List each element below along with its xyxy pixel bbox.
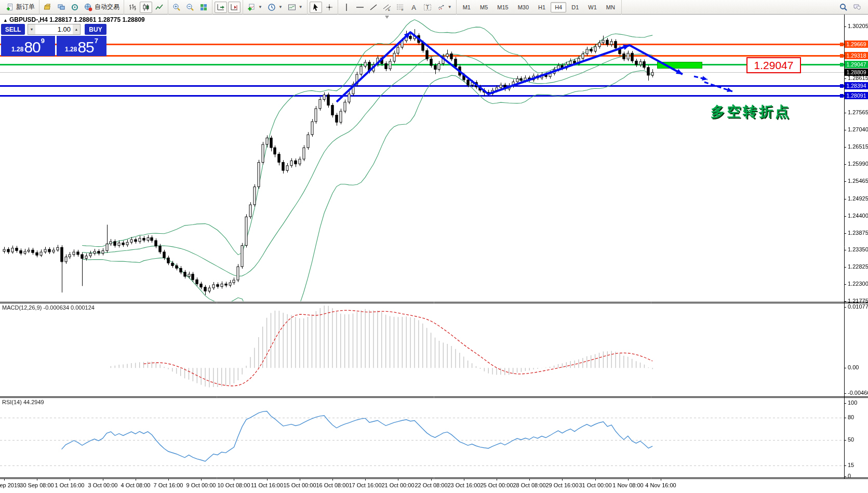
vertical-line-button[interactable] xyxy=(340,2,353,13)
auto-trading-label: 自动交易 xyxy=(95,3,119,11)
svg-text:T: T xyxy=(425,4,429,10)
zoom-out-button[interactable] xyxy=(184,2,196,13)
buy-quote-button[interactable]: 1.28 85 7 xyxy=(57,36,106,56)
candles-icon xyxy=(142,3,150,11)
chat-button[interactable] xyxy=(851,2,863,13)
timeframe-mn-button[interactable]: MN xyxy=(602,2,619,12)
indicator-plus-icon xyxy=(247,3,256,11)
timeframe-m5-button[interactable]: M5 xyxy=(476,2,492,12)
timeframe-m1-button[interactable]: M1 xyxy=(459,2,475,12)
indicators-button[interactable]: ▼ xyxy=(245,2,264,13)
volume-stepper: ▼ ▲ xyxy=(28,24,81,35)
toolbar-group xyxy=(308,0,338,15)
chevron-down-icon: ▼ xyxy=(278,5,283,9)
timeframe-w1-button[interactable]: W1 xyxy=(584,2,601,12)
chart-line-button[interactable] xyxy=(153,2,166,13)
search-button[interactable] xyxy=(837,2,850,13)
buy-price-prefix: 1.28 xyxy=(65,46,77,53)
horizontal-line-button[interactable] xyxy=(354,2,366,13)
volume-down-button[interactable]: ▼ xyxy=(28,24,35,34)
toolbar-group xyxy=(168,0,212,15)
buy-price-sup: 7 xyxy=(95,37,98,45)
auto-trading-button[interactable]: 自动交易 xyxy=(82,2,122,13)
crosshair-button[interactable] xyxy=(323,2,336,13)
clock-icon xyxy=(268,3,276,11)
text-label-button[interactable]: T xyxy=(421,2,434,13)
timeframe-d1-button[interactable]: D1 xyxy=(567,2,583,12)
timeframe-h1-button[interactable]: H1 xyxy=(534,2,550,12)
toolbar-group xyxy=(212,0,243,15)
volume-up-button[interactable]: ▲ xyxy=(73,24,80,34)
label-t-icon: T xyxy=(423,3,432,11)
symbol-info[interactable]: ▲GBPUSD-,H4 1.28817 1.28861 1.28775 1.28… xyxy=(3,16,145,23)
sell-price-sup: 9 xyxy=(41,37,45,45)
macd-label: MACD(12,26,9) -0.000634 0.000124 xyxy=(2,304,95,311)
screens-icon xyxy=(57,3,65,11)
new-order-button[interactable]: 新订单 xyxy=(4,2,37,13)
chevron-down-icon: ▼ xyxy=(448,5,452,9)
auto-scroll-button[interactable] xyxy=(215,2,227,13)
sell-quote-button[interactable]: 1.28 80 9 xyxy=(1,36,55,56)
hline-price-badge: 1.28394 xyxy=(845,82,868,89)
chart-canvas[interactable] xyxy=(0,0,868,493)
timeframe-m15-button[interactable]: M15 xyxy=(493,2,512,12)
sell-price-prefix: 1.28 xyxy=(11,46,23,53)
timeframe-group: M1M5M15M30H1H4D1W1MN xyxy=(457,0,622,15)
current-price-badge: 1.28809 xyxy=(845,69,868,76)
terminal-button[interactable] xyxy=(55,2,68,13)
zoom-out-icon xyxy=(186,3,194,11)
collapse-icon[interactable]: ▲ xyxy=(3,18,8,23)
mt4-window: 新订单自动交易▼▼▼EFAT▼M1M5M15M30H1H4D1W1MN ▲GBP… xyxy=(0,0,868,493)
chart-candles-button[interactable] xyxy=(140,2,152,13)
chart-bars-button[interactable] xyxy=(126,2,139,13)
fibonacci-button[interactable]: F xyxy=(394,2,407,13)
cursor-icon xyxy=(312,3,320,11)
equidistant-channel-button[interactable]: E xyxy=(381,2,393,13)
vline-icon xyxy=(342,3,351,11)
arrows-icon xyxy=(437,3,445,11)
price-callout-box[interactable]: 1.29047 xyxy=(746,57,801,73)
autoscroll-icon xyxy=(217,3,225,11)
template-icon xyxy=(288,3,296,11)
buy-price-big: 85 xyxy=(77,39,94,55)
channel-icon: E xyxy=(383,3,391,11)
linechart-icon xyxy=(155,3,164,11)
hline-price-badge: 1.28091 xyxy=(845,92,868,99)
toolbar-group: 新订单 xyxy=(2,0,39,15)
buy-button[interactable]: BUY xyxy=(85,24,106,35)
rsi-label: RSI(14) 44.2949 xyxy=(2,399,44,405)
search-icon xyxy=(839,3,848,11)
hline-price-badge: 1.29669 xyxy=(845,41,868,48)
crystal-icon xyxy=(44,3,52,11)
templates-button[interactable]: ▼ xyxy=(286,2,305,13)
cursor-button[interactable] xyxy=(310,2,322,13)
timeframe-m30-button[interactable]: M30 xyxy=(514,2,533,12)
one-click-trading-panel: SELL ▼ ▲ BUY 1.28 80 9 1.28 85 7 xyxy=(1,24,106,56)
trendline-button[interactable] xyxy=(367,2,380,13)
svg-text:E: E xyxy=(388,8,390,11)
new-order-label: 新订单 xyxy=(16,3,35,11)
periods-button[interactable]: ▼ xyxy=(265,2,285,13)
mql-editor-button[interactable] xyxy=(42,2,54,13)
sell-price-big: 80 xyxy=(24,39,40,55)
toolbar-right xyxy=(837,2,868,13)
market-depth-button[interactable] xyxy=(69,2,81,13)
tile-windows-button[interactable] xyxy=(197,2,210,13)
chinese-note[interactable]: 多空转折点 xyxy=(711,102,791,121)
arrows-button[interactable]: ▼ xyxy=(435,2,454,13)
chevron-down-icon: ▼ xyxy=(299,5,303,9)
tiles-icon xyxy=(199,3,208,11)
sell-button[interactable]: SELL xyxy=(1,24,25,35)
crosshair-icon xyxy=(325,3,333,11)
svg-text:F: F xyxy=(402,8,404,11)
globe-play-icon xyxy=(84,3,92,11)
hline-price-badge: 1.29047 xyxy=(845,61,868,68)
symbol-ohlc-text: GBPUSD-,H4 1.28817 1.28861 1.28775 1.288… xyxy=(9,16,145,23)
chevron-down-icon: ▼ xyxy=(258,5,262,9)
chart-shift-button[interactable] xyxy=(228,2,241,13)
timeframe-h4-button[interactable]: H4 xyxy=(551,2,566,12)
zoom-in-button[interactable] xyxy=(170,2,183,13)
volume-input[interactable] xyxy=(35,24,73,34)
ring-icon xyxy=(71,3,79,11)
text-button[interactable]: A xyxy=(408,2,420,13)
